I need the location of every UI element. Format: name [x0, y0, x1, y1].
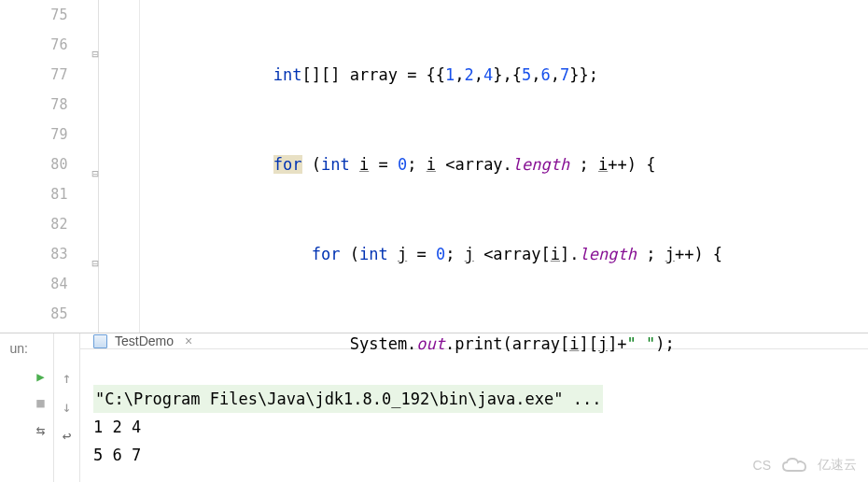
soft-wrap-icon[interactable]: ↩ [63, 427, 72, 445]
line-number: 83 [0, 239, 67, 269]
line-numbers: 75 76 77 78 79 80 81 82 83 84 85 [0, 0, 88, 333]
fold-collapse-icon[interactable]: ⊟ [91, 39, 105, 52]
line-number: 84 [0, 269, 67, 299]
line-number: 85 [0, 299, 67, 329]
run-nav-toolbar: ↑ ↓ ↩ [54, 333, 80, 482]
down-arrow-icon[interactable]: ↓ [63, 398, 72, 416]
code-line[interactable]: int[][] array = {{1,2,4},{5,6,7}}; [140, 60, 868, 90]
code-line[interactable]: for (int i = 0; i <array.length ; i++) { [140, 149, 868, 179]
line-number: 80 [0, 149, 67, 179]
line-number: 78 [0, 90, 67, 120]
fold-expand-icon[interactable]: ⊟ [91, 159, 105, 172]
line-number: 77 [0, 60, 67, 90]
line-number: 79 [0, 120, 67, 149]
line-number: 82 [0, 209, 67, 239]
run-content: TestDemo × "C:\Program Files\Java\jdk1.8… [80, 333, 868, 482]
fold-expand-icon[interactable]: ⊟ [91, 248, 105, 262]
line-number: 81 [0, 179, 67, 209]
code-line[interactable]: for (int j = 0; j <array[i].length ; j++… [140, 239, 868, 269]
up-arrow-icon[interactable]: ↑ [63, 369, 72, 387]
layout-icon[interactable]: ⇆ [36, 421, 46, 439]
run-side-toolbar: ▶ ■ ⇆ [28, 333, 54, 482]
gutter: 75 76 77 78 79 80 81 82 83 84 85 ⊟ ⊟ ⊟ [0, 0, 140, 333]
console-output[interactable]: "C:\Program Files\Java\jdk1.8.0_192\bin\… [80, 349, 868, 482]
watermark-brand: 亿速云 [818, 457, 857, 474]
console-line: 5 6 7 [93, 446, 141, 464]
line-number: 75 [0, 0, 67, 30]
run-label: un: [0, 333, 28, 482]
run-panel: un: ▶ ■ ⇆ ↑ ↓ ↩ TestDemo × "C:\Program F… [0, 333, 868, 482]
rerun-icon[interactable]: ▶ [36, 369, 44, 384]
stop-icon[interactable]: ■ [36, 395, 44, 410]
watermark: CS 亿速云 [753, 456, 857, 475]
watermark-cs: CS [753, 458, 771, 473]
code-content[interactable]: int[][] array = {{1,2,4},{5,6,7}}; for (… [140, 0, 868, 333]
cloud-icon [780, 456, 808, 475]
application-icon [93, 334, 107, 348]
line-number: 76 [0, 30, 67, 60]
code-editor[interactable]: 75 76 77 78 79 80 81 82 83 84 85 ⊟ ⊟ ⊟ i… [0, 0, 868, 333]
fold-column: ⊟ ⊟ ⊟ [88, 0, 139, 333]
console-line: 1 2 4 [93, 418, 141, 436]
console-command: "C:\Program Files\Java\jdk1.8.0_192\bin\… [93, 385, 603, 413]
